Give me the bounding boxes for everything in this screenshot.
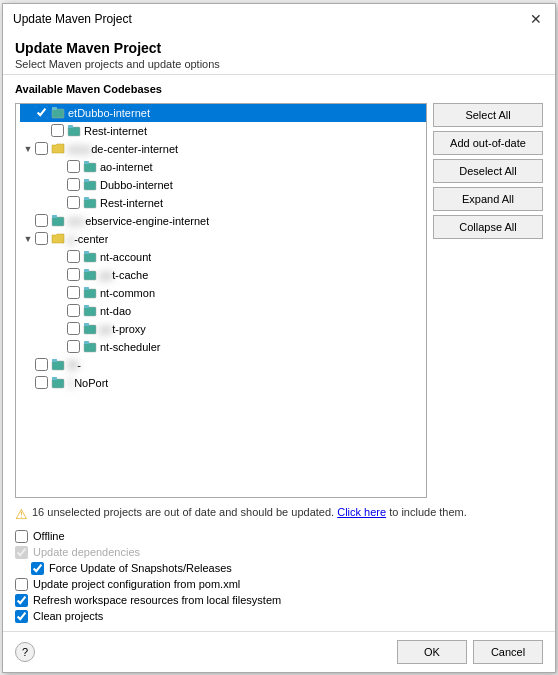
tree-row[interactable]: M - bbox=[20, 356, 426, 374]
tree-row[interactable]: ecc ebservice-engine-internet bbox=[20, 212, 426, 230]
project-icon bbox=[82, 195, 98, 211]
tree-toggle-icon bbox=[54, 179, 66, 191]
close-button[interactable]: ✕ bbox=[527, 10, 545, 28]
tree-row[interactable]: nt-common bbox=[52, 284, 426, 302]
tree-checkbox[interactable] bbox=[67, 178, 80, 191]
svg-rect-9 bbox=[84, 197, 89, 200]
tree-row[interactable]: Dubbo-internet bbox=[52, 176, 426, 194]
ok-button[interactable]: OK bbox=[397, 640, 467, 664]
collapse-all-button[interactable]: Collapse All bbox=[433, 215, 543, 239]
tree-toggle-icon: ▼ bbox=[22, 143, 34, 155]
option-refresh: Refresh workspace resources from local f… bbox=[15, 594, 543, 607]
tree-checkbox[interactable] bbox=[35, 142, 48, 155]
folder-icon bbox=[50, 141, 66, 157]
tree-toggle-icon bbox=[22, 359, 34, 371]
tree-checkbox[interactable] bbox=[67, 196, 80, 209]
update-maven-dialog: Update Maven Project ✕ Update Maven Proj… bbox=[2, 3, 556, 673]
tree-checkbox[interactable] bbox=[67, 340, 80, 353]
tree-row[interactable]: Rest-internet bbox=[36, 122, 426, 140]
project-icon bbox=[82, 285, 98, 301]
clean-label: Clean projects bbox=[33, 610, 103, 622]
svg-rect-24 bbox=[52, 361, 64, 370]
tree-panel[interactable]: etDubbo-internet Rest-internet ▼ bbox=[15, 103, 427, 498]
tree-item-label: t-proxy bbox=[112, 323, 146, 335]
project-icon bbox=[50, 375, 66, 391]
warning-text: 16 unselected projects are out of date a… bbox=[32, 506, 467, 518]
deselect-all-button[interactable]: Deselect All bbox=[433, 159, 543, 183]
svg-rect-8 bbox=[84, 199, 96, 208]
title-bar-text: Update Maven Project bbox=[13, 12, 132, 26]
tree-checkbox[interactable] bbox=[35, 376, 48, 389]
expand-all-button[interactable]: Expand All bbox=[433, 187, 543, 211]
tree-checkbox[interactable] bbox=[51, 124, 64, 137]
tree-checkbox[interactable] bbox=[67, 250, 80, 263]
tree-item-label: etDubbo-internet bbox=[68, 107, 150, 119]
tree-row[interactable]: ▼ ecos de-center-internet bbox=[20, 140, 426, 158]
tree-item-label-blur: pa bbox=[100, 269, 112, 281]
section-label: Available Maven Codebases bbox=[15, 83, 543, 95]
svg-rect-23 bbox=[84, 341, 89, 344]
tree-toggle-icon: ▼ bbox=[22, 233, 34, 245]
tree-item-label-blur: M bbox=[68, 359, 77, 371]
cancel-button[interactable]: Cancel bbox=[473, 640, 543, 664]
offline-checkbox[interactable] bbox=[15, 530, 28, 543]
svg-rect-1 bbox=[52, 107, 57, 110]
tree-item-label: Dubbo-internet bbox=[100, 179, 173, 191]
dialog-header: Update Maven Project Select Maven projec… bbox=[3, 32, 555, 75]
tree-row[interactable]: etDubbo-internet bbox=[20, 104, 426, 122]
force-update-checkbox[interactable] bbox=[31, 562, 44, 575]
tree-checkbox[interactable] bbox=[67, 160, 80, 173]
project-icon bbox=[82, 303, 98, 319]
tree-checkbox[interactable] bbox=[35, 214, 48, 227]
tree-item-label-blur: p bbox=[68, 233, 74, 245]
svg-rect-19 bbox=[84, 305, 89, 308]
update-config-checkbox[interactable] bbox=[15, 578, 28, 591]
tree-row[interactable]: pe t-proxy bbox=[52, 320, 426, 338]
tree-checkbox[interactable] bbox=[35, 232, 48, 245]
footer-buttons: OK Cancel bbox=[397, 640, 543, 664]
refresh-checkbox[interactable] bbox=[15, 594, 28, 607]
tree-toggle-icon bbox=[54, 287, 66, 299]
tree-checkbox[interactable] bbox=[67, 322, 80, 335]
tree-row[interactable]: ao-internet bbox=[52, 158, 426, 176]
update-deps-checkbox[interactable] bbox=[15, 546, 28, 559]
tree-checkbox[interactable] bbox=[35, 358, 48, 371]
tree-item-label: nt-common bbox=[100, 287, 155, 299]
svg-rect-25 bbox=[52, 359, 57, 362]
options-section: Offline Update dependencies Force Update… bbox=[15, 530, 543, 623]
tree-row[interactable]: Rest-internet bbox=[52, 194, 426, 212]
tree-row[interactable]: nt-scheduler bbox=[52, 338, 426, 356]
tree-row[interactable]: 1 NoPort bbox=[20, 374, 426, 392]
tree-item-label: nt-scheduler bbox=[100, 341, 161, 353]
tree-row[interactable]: ▼ p -center bbox=[20, 230, 426, 248]
warning-link[interactable]: Click here bbox=[337, 506, 386, 518]
option-force-update: Force Update of Snapshots/Releases bbox=[31, 562, 543, 575]
option-update-deps: Update dependencies bbox=[15, 546, 543, 559]
project-icon bbox=[50, 357, 66, 373]
tree-item-label: NoPort bbox=[74, 377, 108, 389]
svg-rect-18 bbox=[84, 307, 96, 316]
tree-checkbox[interactable] bbox=[67, 304, 80, 317]
tree-row[interactable]: pa t-cache bbox=[52, 266, 426, 284]
option-update-config: Update project configuration from pom.xm… bbox=[15, 578, 543, 591]
tree-toggle-icon bbox=[38, 125, 50, 137]
tree-row[interactable]: nt-dao bbox=[52, 302, 426, 320]
warning-icon: ⚠ bbox=[15, 506, 28, 522]
select-all-button[interactable]: Select All bbox=[433, 103, 543, 127]
tree-item-label: Rest-internet bbox=[100, 197, 163, 209]
option-offline: Offline bbox=[15, 530, 543, 543]
tree-checkbox[interactable] bbox=[67, 286, 80, 299]
add-out-of-date-button[interactable]: Add out-of-date bbox=[433, 131, 543, 155]
dialog-footer: ? OK Cancel bbox=[3, 631, 555, 672]
warning-bar: ⚠ 16 unselected projects are out of date… bbox=[15, 504, 543, 524]
tree-checkbox[interactable] bbox=[67, 268, 80, 281]
clean-checkbox[interactable] bbox=[15, 610, 28, 623]
tree-toggle-icon bbox=[22, 377, 34, 389]
tree-checkbox[interactable] bbox=[35, 106, 48, 119]
tree-item-label: nt-account bbox=[100, 251, 151, 263]
help-button[interactable]: ? bbox=[15, 642, 35, 662]
tree-row[interactable]: nt-account bbox=[52, 248, 426, 266]
tree-item-label-blur: 1 bbox=[68, 377, 74, 389]
dialog-title: Update Maven Project bbox=[15, 40, 543, 56]
svg-rect-27 bbox=[52, 377, 57, 380]
